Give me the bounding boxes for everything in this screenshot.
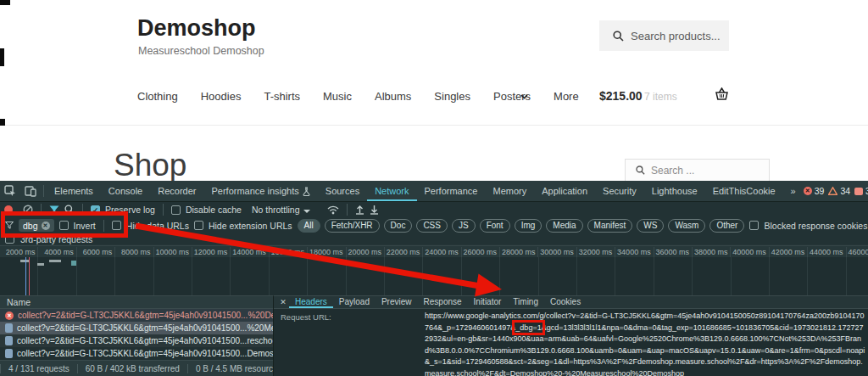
nav-item[interactable]: Albums xyxy=(375,90,411,103)
filter-pill[interactable]: JS xyxy=(452,219,476,233)
devtools-tab[interactable]: Network xyxy=(367,181,416,201)
filter-pill[interactable]: Other xyxy=(709,219,744,233)
details-tab[interactable]: Headers xyxy=(289,296,333,308)
filter-pill[interactable]: Img xyxy=(515,219,542,233)
devtools-tab[interactable]: Console xyxy=(101,181,150,201)
blocked-cookies-checkbox[interactable] xyxy=(749,221,759,230)
devtools-tab[interactable]: Recorder xyxy=(150,181,203,201)
disable-cache-label: Disable cache xyxy=(186,205,242,215)
request-row[interactable]: collect?v=2&tid=G-LT3CJ5KKL6&gtm=45je4ah… xyxy=(0,347,273,360)
devtools-tab[interactable]: Security xyxy=(595,181,644,201)
filter-pill[interactable]: Wasm xyxy=(668,219,705,233)
network-overview[interactable] xyxy=(0,257,868,295)
filter-pill[interactable]: CSS xyxy=(416,219,448,233)
screen-edge-artifact xyxy=(0,0,10,5)
issues-badge[interactable]: 31 xyxy=(854,186,868,196)
filter-pill[interactable]: Doc xyxy=(384,219,413,233)
devtools-tab[interactable]: Performance xyxy=(417,181,486,201)
device-toolbar-icon[interactable] xyxy=(20,181,41,201)
details-tab[interactable]: Response xyxy=(418,296,468,308)
inspect-element-icon[interactable] xyxy=(0,181,20,201)
more-tabs-button[interactable]: » xyxy=(783,181,804,201)
details-tab[interactable]: Preview xyxy=(376,296,418,308)
nav-item[interactable]: Hoodies xyxy=(201,90,242,103)
disable-cache-checkbox[interactable] xyxy=(171,205,181,215)
devtools-tab[interactable]: Application xyxy=(534,181,595,201)
request-url-label: Request URL: xyxy=(281,312,331,322)
product-search-box[interactable]: Search products... xyxy=(599,20,729,51)
export-har-icon[interactable] xyxy=(370,205,379,215)
cart-total[interactable]: $215.00 xyxy=(599,89,643,103)
devtools-tab[interactable]: Elements xyxy=(47,181,101,201)
details-tab[interactable]: Initiator xyxy=(468,296,508,308)
waterfall-bar xyxy=(37,263,44,266)
hide-data-urls-label: Hide data URLs xyxy=(126,221,189,231)
request-details-pane: ✕ HeadersPayloadPreviewResponseInitiator… xyxy=(273,295,868,376)
devtools-tab[interactable]: Lighthouse xyxy=(644,181,705,201)
devtools-tab-label: Performance insights xyxy=(211,181,298,201)
nav-item[interactable]: More xyxy=(554,90,579,103)
request-url-value[interactable]: https://www.google-analytics.com/g/colle… xyxy=(425,311,866,376)
waterfall-bar xyxy=(49,260,61,262)
filter-pill[interactable]: WS xyxy=(637,219,664,233)
devtools-tab[interactable]: Sources xyxy=(318,181,367,201)
load-event-marker xyxy=(29,257,30,295)
status-item: 4 / 131 requests xyxy=(0,364,77,373)
details-tab[interactable]: Timing xyxy=(507,296,544,308)
network-status-bar: 4 / 131 requests60 B / 402 kB transferre… xyxy=(0,360,273,376)
screen-edge-artifact xyxy=(0,119,5,126)
nav-item[interactable]: Clothing xyxy=(137,90,178,103)
issues-icon xyxy=(854,188,863,195)
devtools-tab[interactable]: Memory xyxy=(485,181,534,201)
error-badge[interactable]: ✕ 39 xyxy=(804,186,825,196)
import-har-icon[interactable] xyxy=(355,205,364,215)
warning-badge[interactable]: 34 xyxy=(828,186,850,196)
cart-item-count: 7 items xyxy=(644,91,677,103)
header-divider xyxy=(0,125,868,126)
site-title[interactable]: Demoshop xyxy=(137,15,256,42)
filter-pill[interactable]: Font xyxy=(480,219,510,233)
devtools-panel: Elements Console Recorder Performance in… xyxy=(0,181,868,376)
error-count: 39 xyxy=(815,186,825,196)
devtools-tab-label: Lighthouse xyxy=(652,181,698,201)
hide-extension-urls-label: Hide extension URLs xyxy=(209,221,292,231)
throttling-value: No throttling xyxy=(252,205,300,215)
page-title: Shop xyxy=(114,148,186,183)
waterfall-bar xyxy=(71,261,76,266)
nav-item[interactable]: Singles xyxy=(434,90,470,103)
filter-pill[interactable]: Manifest xyxy=(587,219,633,233)
devtools-tabbar: Elements Console Recorder Performance in… xyxy=(0,181,868,202)
flask-icon xyxy=(303,187,310,196)
nav-item[interactable]: Music xyxy=(323,90,352,103)
chevron-down-icon[interactable] xyxy=(520,94,528,99)
shop-sidebar-search-box[interactable]: Search ... xyxy=(625,159,770,182)
request-name: collect?v=2&tid=G-LT3CJ5KKL6&gtm=45je4ah… xyxy=(17,349,273,358)
cart-basket-icon[interactable] xyxy=(715,87,729,100)
devtools-tab-label: Console xyxy=(108,181,142,201)
hide-extension-urls-checkbox[interactable] xyxy=(194,221,203,230)
request-name: collect?v=2&tid=G-LT3CJ5KKL6&gtm=45je4ah… xyxy=(17,323,273,333)
request-name: collect?v=2&tid=G-LT3CJ5KKL6&gtm=45je4ah… xyxy=(17,336,273,345)
divider xyxy=(43,185,44,197)
filter-pill[interactable]: All xyxy=(298,219,320,233)
filter-pill[interactable]: Media xyxy=(546,219,582,233)
annotation-rectangle-filter xyxy=(1,211,128,238)
throttling-select[interactable]: No throttling xyxy=(252,205,310,215)
error-icon: ✕ xyxy=(804,187,812,195)
devtools-tab[interactable]: EditThisCookie xyxy=(705,181,783,201)
devtools-tab[interactable]: Performance insights xyxy=(203,181,317,201)
nav-item[interactable]: T-shirts xyxy=(264,90,300,103)
warning-icon xyxy=(828,187,837,195)
filter-pill[interactable]: Fetch/XHR xyxy=(325,219,380,233)
request-row[interactable]: ✕ collect?v=2&tid=G-LT3CJ5KKL6&gtm=45je4… xyxy=(0,309,273,322)
name-column-header[interactable]: Name xyxy=(0,296,273,309)
request-row[interactable]: collect?v=2&tid=G-LT3CJ5KKL6&gtm=45je4ah… xyxy=(0,322,273,334)
status-item: 60 B / 402 kB transferred xyxy=(77,364,187,373)
details-tab[interactable]: Payload xyxy=(333,296,376,308)
network-conditions-icon[interactable] xyxy=(327,205,339,215)
details-tabbar: ✕ HeadersPayloadPreviewResponseInitiator… xyxy=(274,296,868,309)
close-details-icon[interactable]: ✕ xyxy=(277,298,289,306)
details-tab[interactable]: Cookies xyxy=(544,296,587,308)
devtools-tab-label: Memory xyxy=(492,181,526,201)
request-row[interactable]: collect?v=2&tid=G-LT3CJ5KKL6&gtm=45je4ah… xyxy=(0,334,273,347)
